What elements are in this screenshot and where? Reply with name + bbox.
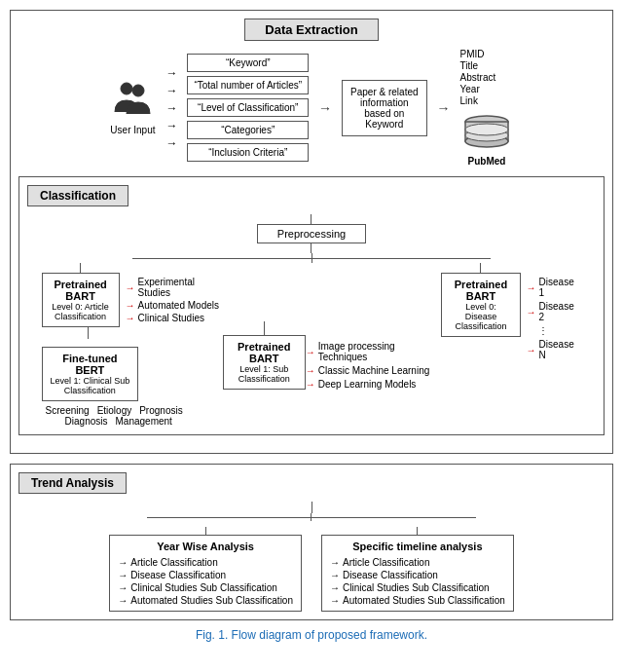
left-bart-row: Pretrained BART Level 0: Article Classif…	[42, 263, 223, 327]
user-label: User Input	[110, 125, 155, 135]
bottom-out-1: → Image processing Techniques	[306, 341, 442, 362]
right-bart-desc2: Classification	[450, 321, 511, 331]
data-extraction-container: Data Extraction User Input	[10, 10, 613, 454]
classif-row1: Pretrained BART Level 0: Article Classif…	[42, 263, 582, 427]
exp-item-3: → Clinical Studies	[126, 313, 223, 323]
year-item-1: → Article Classification	[118, 557, 293, 568]
specific-title: Specific timeline analysis	[330, 541, 505, 552]
bottom-bart-desc2: Classification	[232, 374, 297, 384]
svg-point-6	[465, 124, 508, 135]
year-wise-column: Year Wise Analysis → Article Classificat…	[109, 527, 302, 612]
disease-label-n: Disease N	[539, 339, 582, 360]
bottom-bart-box: Pretrained BART Level 1: Sub Classificat…	[223, 335, 306, 390]
bert-title: Fine-tuned	[51, 353, 130, 364]
bert-box: Fine-tuned BERT Level 1: Clinical Sub Cl…	[42, 347, 139, 401]
de-content: User Input → → → → → “Keyword” “Total nu…	[18, 49, 605, 167]
label-management: Management	[116, 416, 172, 427]
classification-title: Classification	[27, 185, 128, 206]
arr-s1: →	[330, 557, 340, 568]
pubmed-db: PubMed	[460, 112, 514, 167]
pubmed-title: Title	[460, 60, 496, 71]
h-line-left	[132, 258, 312, 259]
pubmed-area: PMID Title Abstract Year Link	[460, 49, 514, 167]
trend-h-right	[312, 517, 476, 518]
trend-h-left	[147, 517, 312, 518]
year-wise-title: Year Wise Analysis	[118, 541, 293, 552]
specific-label-2: Disease Classification	[343, 570, 438, 580]
red-arrow-b1: →	[306, 347, 315, 357]
right-bart-title: Pretrained	[450, 279, 511, 290]
input-arrows: → → → → →	[165, 66, 177, 150]
bert-desc2: Classification	[51, 386, 130, 395]
year-item-3: → Clinical Studies Sub Classification	[118, 582, 293, 593]
right-bart-subtitle: BART	[450, 290, 511, 302]
year-item-2: → Disease Classification	[118, 570, 293, 580]
vert-trend	[312, 502, 312, 513]
disease-label-1: Disease 1	[539, 277, 582, 298]
specific-list: → Article Classification → Disease Class…	[330, 557, 505, 606]
paper-info-box: Paper & related information based on Key…	[342, 80, 427, 136]
right-bart-row: Pretrained BART Level 0: Disease Classif…	[441, 263, 581, 360]
pubmed-label: PubMed	[468, 156, 506, 167]
year-label-3: Clinical Studies Sub Classification	[130, 582, 277, 593]
input-inclusion-criteria: “Inclusion Criteria”	[187, 143, 309, 162]
svg-point-0	[121, 83, 132, 94]
left-bart-desc2: Classification	[51, 312, 111, 321]
bottom-bart-title: Pretrained	[232, 341, 297, 353]
bottom-row1: Screening Etiology Prognosis	[46, 405, 183, 416]
user-input-area: User Input	[109, 81, 156, 135]
arr-s2: →	[330, 570, 340, 580]
trend-section: Trend Analysis Year Wise Analysis → Arti…	[10, 464, 613, 620]
exp-label-3: Clinical Studies	[138, 313, 204, 323]
exp-label-1: Experimental Studies	[138, 277, 223, 298]
pubmed-link: Link	[460, 95, 496, 106]
exp-item-1: → Experimental Studies	[126, 277, 223, 298]
vert-to-year	[205, 527, 206, 535]
year-item-4: → Automated Studies Sub Classification	[118, 595, 293, 606]
disease-dots: ⋮	[527, 325, 582, 336]
red-arrow-b2: →	[306, 365, 315, 376]
pubmed-pmid: PMID	[460, 49, 496, 59]
arr-s3: →	[330, 582, 340, 593]
svg-point-1	[132, 85, 144, 96]
input-categories: “Categories”	[187, 121, 309, 139]
bottom-bart-subtitle: BART	[232, 353, 297, 364]
bottom-out-label-1: Image processing Techniques	[318, 341, 442, 362]
right-bart-container: Pretrained BART Level 0: Disease Classif…	[441, 263, 520, 337]
specific-label-1: Article Classification	[343, 557, 429, 568]
exp-label-2: Automated Models	[138, 300, 219, 311]
bottom-out-label-3: Deep Learning Models	[318, 379, 417, 390]
input-total-articles: “Total number of Articles”	[187, 76, 309, 94]
pubmed-abstract: Abstract	[460, 72, 496, 83]
year-label-4: Automated Studies Sub Classification	[130, 595, 293, 606]
label-screening: Screening	[46, 405, 90, 416]
bottom-out-3: → Deep Learning Models	[306, 379, 442, 390]
arr-s4: →	[330, 595, 340, 606]
year-wise-box: Year Wise Analysis → Article Classificat…	[109, 535, 302, 612]
specific-label-3: Clinical Studies Sub Classification	[343, 582, 490, 593]
label-prognosis: Prognosis	[139, 405, 182, 416]
year-label-2: Disease Classification	[130, 570, 226, 580]
vert-to-bert	[88, 327, 89, 339]
trend-branch	[106, 513, 516, 521]
right-bart-box: Pretrained BART Level 0: Disease Classif…	[441, 273, 520, 337]
disease-2: → Disease 2	[527, 301, 582, 322]
exp-studies: → Experimental Studies → Automated Model…	[126, 277, 223, 323]
disease-1: → Disease 1	[527, 277, 582, 298]
arrow-to-paper: →	[318, 100, 332, 116]
left-bart-box: Pretrained BART Level 0: Article Classif…	[42, 273, 120, 327]
label-diagnosis: Diagnosis	[65, 416, 108, 427]
vert-to-bottom-bart	[264, 321, 265, 335]
disease-n: → Disease N	[527, 339, 582, 360]
disease-outputs: → Disease 1 → Disease 2 ⋮ → Disease N	[527, 277, 582, 360]
bottom-labels-container: Screening Etiology Prognosis Diagnosis M…	[46, 405, 183, 427]
vert-to-specific	[417, 527, 418, 535]
arr-y4: →	[118, 595, 128, 606]
vert-line-top	[311, 214, 312, 224]
bottom-out-2: → Classic Machine Learning	[306, 365, 442, 376]
data-extraction-title: Data Extraction	[244, 19, 378, 41]
h-line-right	[312, 258, 492, 259]
classification-section: Classification Preprocessing	[18, 176, 605, 435]
specific-box: Specific timeline analysis → Article Cla…	[321, 535, 514, 612]
bottom-row2: Diagnosis Management	[65, 416, 183, 427]
